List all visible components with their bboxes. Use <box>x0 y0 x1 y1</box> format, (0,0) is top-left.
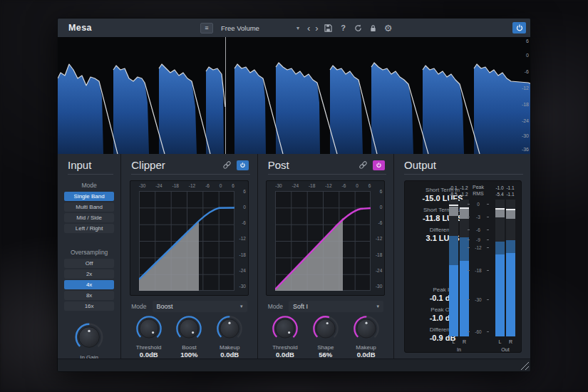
gear-icon[interactable]: ⚙ <box>383 23 393 33</box>
post-mode-select[interactable]: Soft I ▾ <box>289 301 383 312</box>
waveform-section-divider <box>225 37 226 154</box>
level-histogram <box>139 221 199 291</box>
out-peak-l: -1.0 <box>494 185 505 190</box>
post-mode-value: Soft I <box>293 303 308 310</box>
output-meter-box: Short Term In-15.0 LUFS Short Term Out-1… <box>404 180 522 353</box>
input-title: Input <box>68 159 112 171</box>
preset-menu-icon[interactable]: ≡ <box>200 23 213 33</box>
db-scale-label: -6 <box>525 69 529 74</box>
control-panels: Input Mode Single Band Multi Band Mid / … <box>58 154 530 359</box>
help-icon[interactable]: ? <box>339 23 349 33</box>
oversampling-8x-button[interactable]: 8x <box>64 291 114 300</box>
caret-down-icon: ▾ <box>240 304 243 309</box>
resize-handle[interactable] <box>520 361 529 370</box>
divider <box>404 174 523 175</box>
rms-header: RMS <box>468 191 489 196</box>
clipper-plot-area <box>139 191 234 291</box>
clipper-y-axis: 60-6-12-18-24-30 <box>239 189 246 289</box>
link-icon[interactable] <box>222 160 232 170</box>
waveform-graph <box>58 37 531 154</box>
lock-icon[interactable] <box>368 23 378 33</box>
oversampling-button-group: Off 2x 4x 8x 16x <box>64 259 114 311</box>
post-transfer-graph[interactable]: -30-24-18-12-606 60-6-12-18-24-30 <box>266 180 385 296</box>
oversampling-16x-button[interactable]: 16x <box>64 301 114 311</box>
peak-header: Peak <box>468 185 489 190</box>
channel-label-r: R <box>460 339 469 344</box>
db-scale-label: 0 <box>526 53 529 58</box>
waveform-display: 6 0 -6 -12 -18 -24 -30 -36 <box>58 37 531 154</box>
meter-scale-tick: -18 <box>468 267 489 273</box>
mode-multi-band-button[interactable]: Multi Band <box>64 202 114 212</box>
in-peak-l: -0.1 <box>448 185 459 190</box>
mode-label: Mode <box>58 182 120 189</box>
link-icon[interactable] <box>358 160 368 170</box>
meter-scale-tick: -30 <box>468 296 489 302</box>
clipper-mode-value: Boost <box>157 303 173 310</box>
db-scale-label: -18 <box>522 102 529 107</box>
power-icon <box>239 162 246 168</box>
preset-selector[interactable]: Free Volume ▾ <box>218 22 302 33</box>
db-scale-label: -36 <box>522 147 529 152</box>
oversampling-off-button[interactable]: Off <box>64 259 114 268</box>
meter-scale-tick: -12 <box>468 244 489 250</box>
clipper-transfer-graph[interactable]: -30-24-18-12-606 60-6-12-18-24-30 <box>130 180 249 296</box>
power-icon <box>515 24 524 32</box>
input-panel: Input Mode Single Band Multi Band Mid / … <box>58 154 121 359</box>
plugin-window: Mesa ≡ Free Volume ▾ ‹ › ? ⚙ <box>57 18 531 372</box>
plugin-power-button[interactable] <box>512 22 526 33</box>
channel-label-l: L <box>449 339 458 344</box>
peak-difference-value: -0.9 dB <box>405 334 480 342</box>
clipper-mode-select[interactable]: Boost ▾ <box>153 301 247 312</box>
clipper-power-button[interactable] <box>237 160 249 170</box>
meter-out-right <box>506 200 515 336</box>
mode-single-band-button[interactable]: Single Band <box>64 192 114 201</box>
prev-preset-icon[interactable]: ‹ <box>307 24 310 33</box>
refresh-icon[interactable] <box>354 23 363 33</box>
clipper-mode-label: Mode <box>131 303 146 310</box>
post-panel: Post -30-24-18-12-606 <box>258 154 394 359</box>
meter-scale-tick: 0 <box>468 201 489 207</box>
meter-in-left <box>449 200 458 336</box>
preset-name: Free Volume <box>221 24 259 32</box>
db-scale-label: -12 <box>522 86 529 91</box>
db-scale-label: -24 <box>522 118 529 123</box>
titlebar: Mesa ≡ Free Volume ▾ ‹ › ? ⚙ <box>58 19 530 38</box>
caret-down-icon: ▾ <box>296 25 299 31</box>
next-preset-icon[interactable]: › <box>315 24 318 33</box>
post-power-button[interactable] <box>373 160 385 170</box>
in-meter-label: In <box>448 347 470 352</box>
clipper-title: Clipper <box>131 159 221 171</box>
divider <box>68 174 113 175</box>
post-mode-label: Mode <box>268 303 283 310</box>
divider <box>268 174 386 175</box>
oversampling-label: Oversampling <box>58 249 120 256</box>
out-rms-r: -1.1 <box>505 192 516 197</box>
oversampling-2x-button[interactable]: 2x <box>64 269 114 279</box>
mode-left-right-button[interactable]: Left / Right <box>64 224 114 233</box>
meter-scale-tick: -3 <box>468 214 489 220</box>
post-makeup-knob[interactable]: Makeup 0.0dB <box>351 314 381 359</box>
db-scale-label: -30 <box>522 133 529 138</box>
toolbar: ≡ Free Volume ▾ ‹ › ? ⚙ <box>200 19 393 37</box>
out-meter-label: Out <box>495 347 516 352</box>
window-bottom-bar <box>58 359 530 371</box>
oversampling-4x-button[interactable]: 4x <box>64 280 114 289</box>
channel-label-r: R <box>506 339 515 344</box>
post-shape-knob[interactable]: Shape 56% <box>311 314 341 359</box>
clipper-boost-knob[interactable]: Boost 100% <box>174 314 204 359</box>
clipper-threshold-knob[interactable]: Threshold 0.0dB <box>134 314 164 359</box>
meter-scale-tick: -6 <box>468 227 489 232</box>
post-x-axis: -30-24-18-12-606 <box>275 183 371 188</box>
caret-down-icon: ▾ <box>376 304 379 309</box>
post-threshold-knob[interactable]: Threshold 0.0dB <box>270 314 300 359</box>
app-title: Mesa <box>68 23 92 33</box>
out-peak-r: -1.1 <box>505 185 516 190</box>
clipper-makeup-knob[interactable]: Makeup 0.0dB <box>215 314 244 359</box>
divider <box>131 174 249 175</box>
clipper-x-axis: -30-24-18-12-606 <box>139 183 234 188</box>
mode-mid-side-button[interactable]: Mid / Side <box>64 213 114 222</box>
power-icon <box>376 162 382 168</box>
mode-button-group: Single Band Multi Band Mid / Side Left /… <box>64 192 114 233</box>
save-icon[interactable] <box>324 23 334 33</box>
peak-readouts: Peak In-0.1 dB Peak Out-1.0 dB Differenc… <box>405 287 480 346</box>
